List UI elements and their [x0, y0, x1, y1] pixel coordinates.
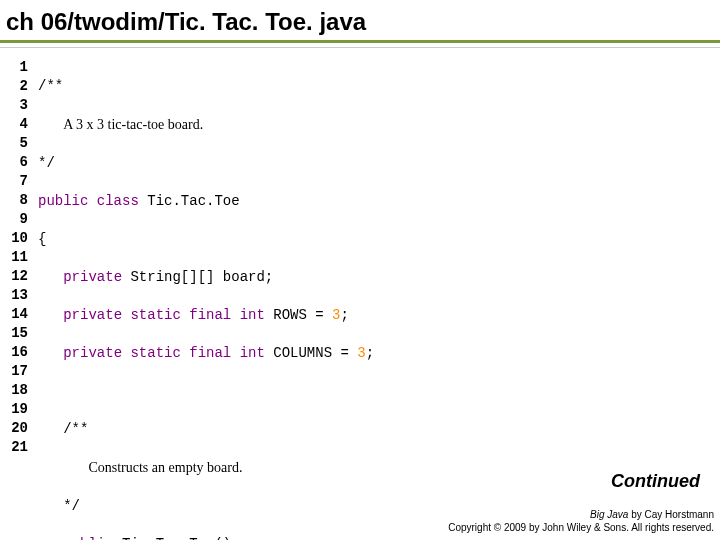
ln: 19 — [8, 400, 28, 419]
ln: 7 — [8, 172, 28, 191]
ln: 3 — [8, 96, 28, 115]
ln: 12 — [8, 267, 28, 286]
ln: 18 — [8, 381, 28, 400]
code-line: private String[][] board; — [38, 268, 391, 287]
divider — [0, 47, 720, 48]
ln: 2 — [8, 77, 28, 96]
code-line: { — [38, 230, 391, 249]
footer-line-1: Big Java by Cay Horstmann — [448, 508, 714, 521]
code-line: /** — [38, 420, 391, 439]
footer: Big Java by Cay Horstmann Copyright © 20… — [448, 508, 714, 534]
ln: 17 — [8, 362, 28, 381]
code-line: /** — [38, 77, 391, 96]
code-line: private static final int COLUMNS = 3; — [38, 344, 391, 363]
line-gutter: 1 2 3 4 5 6 7 8 9 10 11 12 13 14 15 16 1… — [8, 58, 38, 540]
code-line — [38, 382, 391, 401]
code-line: */ — [38, 497, 391, 516]
code-line: private static final int ROWS = 3; — [38, 306, 391, 325]
code-line: public Tic.Tac.Toe() — [38, 535, 391, 540]
code-line: public class Tic.Tac.Toe — [38, 192, 391, 211]
code-block: 1 2 3 4 5 6 7 8 9 10 11 12 13 14 15 16 1… — [0, 58, 720, 540]
code-line: */ — [38, 154, 391, 173]
ln: 10 — [8, 229, 28, 248]
code-lines: /** A 3 x 3 tic-tac-toe board. */ public… — [38, 58, 391, 540]
footer-line-2: Copyright © 2009 by John Wiley & Sons. A… — [448, 521, 714, 534]
ln: 11 — [8, 248, 28, 267]
ln: 8 — [8, 191, 28, 210]
ln: 13 — [8, 286, 28, 305]
ln: 6 — [8, 153, 28, 172]
ln: 16 — [8, 343, 28, 362]
ln: 1 — [8, 58, 28, 77]
page-title: ch 06/twodim/Tic. Tac. Toe. java — [0, 0, 720, 43]
ln: 4 — [8, 115, 28, 134]
ln: 5 — [8, 134, 28, 153]
ln: 9 — [8, 210, 28, 229]
continued-label: Continued — [611, 471, 700, 492]
ln: 14 — [8, 305, 28, 324]
ln: 21 — [8, 438, 28, 457]
ln: 20 — [8, 419, 28, 438]
code-line: A 3 x 3 tic-tac-toe board. — [38, 115, 391, 135]
ln: 15 — [8, 324, 28, 343]
code-line: Constructs an empty board. — [38, 458, 391, 478]
